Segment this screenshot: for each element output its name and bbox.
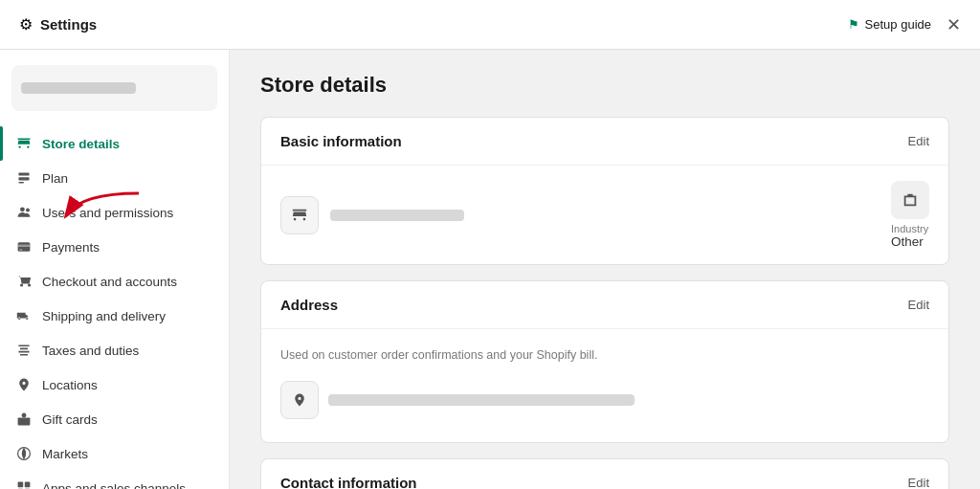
industry-icon-box: [891, 181, 929, 219]
svg-rect-5: [18, 417, 31, 425]
svg-point-1: [26, 209, 30, 212]
sidebar-label-markets: Markets: [42, 447, 88, 461]
contact-information-title: Contact information: [280, 475, 417, 489]
content-area: Store details Basic information Edit: [230, 50, 980, 489]
sidebar-label-locations: Locations: [42, 378, 98, 392]
shipping-icon: [15, 307, 33, 324]
store-name-blurred: [330, 210, 464, 221]
sidebar: Store details Plan Users and permissions…: [0, 50, 230, 489]
setup-guide-button[interactable]: ⚑ Setup guide: [848, 17, 931, 32]
svg-rect-7: [18, 482, 24, 488]
sidebar-label-taxes: Taxes and duties: [42, 344, 139, 358]
contact-information-header: Contact information Edit: [261, 459, 948, 489]
checkout-icon: [15, 273, 33, 290]
address-body: Used on customer order confirmations and…: [261, 329, 948, 442]
address-icon-box: [280, 381, 319, 419]
top-bar-right: ⚑ Setup guide ✕: [848, 14, 961, 35]
contact-information-edit-button[interactable]: Edit: [908, 476, 929, 489]
address-header: Address Edit: [261, 281, 948, 329]
store-detail-icon-box: [280, 196, 319, 234]
sidebar-label-users-permissions: Users and permissions: [42, 206, 173, 220]
address-subtitle: Used on customer order confirmations and…: [280, 348, 929, 362]
basic-information-header: Basic information Edit: [261, 118, 948, 166]
plan-icon: [15, 169, 33, 187]
contact-information-card: Contact information Edit Shop: [260, 458, 949, 489]
sidebar-item-checkout[interactable]: Checkout and accounts: [0, 264, 229, 299]
industry-icon: [902, 191, 919, 209]
industry-info: Industry Other: [891, 181, 929, 249]
address-card: Address Edit Used on customer order conf…: [260, 280, 949, 443]
sidebar-label-payments: Payments: [42, 240, 100, 255]
basic-information-title: Basic information: [280, 133, 402, 149]
close-button[interactable]: ✕: [947, 14, 961, 35]
close-icon: ✕: [947, 14, 961, 35]
industry-details: Industry Other: [891, 223, 929, 249]
top-bar: ⚙ Settings ⚑ Setup guide ✕: [0, 0, 980, 50]
gear-icon: ⚙: [19, 15, 33, 33]
sidebar-item-taxes[interactable]: Taxes and duties: [0, 333, 229, 367]
svg-rect-4: [19, 249, 22, 250]
store-detail-icon: [291, 207, 308, 224]
basic-information-row: Industry Other: [280, 181, 929, 249]
apps-icon: [15, 479, 33, 489]
sidebar-item-payments[interactable]: Payments: [0, 230, 229, 264]
main-layout: Store details Plan Users and permissions…: [0, 50, 980, 489]
sidebar-item-markets[interactable]: Markets: [0, 436, 229, 471]
page-title: Store details: [260, 73, 949, 98]
sidebar-item-locations[interactable]: Locations: [0, 367, 229, 402]
sidebar-item-store-details[interactable]: Store details: [0, 126, 229, 161]
svg-point-0: [20, 207, 25, 211]
sidebar-label-shipping: Shipping and delivery: [42, 309, 166, 323]
sidebar-item-plan[interactable]: Plan: [0, 161, 229, 195]
industry-value: Other: [891, 234, 929, 249]
sidebar-label-gift-cards: Gift cards: [42, 412, 98, 427]
users-icon: [15, 204, 33, 221]
gift-icon: [15, 411, 33, 428]
setup-guide-label: Setup guide: [865, 17, 931, 32]
sidebar-label-checkout: Checkout and accounts: [42, 275, 177, 289]
industry-label: Industry: [891, 223, 929, 234]
sidebar-label-store-details: Store details: [42, 137, 120, 151]
payments-icon: [15, 238, 33, 256]
address-row: [280, 373, 929, 427]
sidebar-label-plan: Plan: [42, 171, 68, 186]
flag-icon: ⚑: [848, 17, 859, 32]
sidebar-item-shipping[interactable]: Shipping and delivery: [0, 299, 229, 333]
store-icon: [15, 135, 33, 152]
location-pin-icon: [292, 392, 307, 408]
store-name-blur: [21, 82, 136, 94]
address-edit-button[interactable]: Edit: [908, 298, 929, 312]
sidebar-item-apps[interactable]: Apps and sales channels: [0, 471, 229, 489]
basic-information-body: Industry Other: [261, 166, 948, 264]
store-card: [11, 65, 217, 111]
svg-rect-3: [18, 245, 31, 247]
location-icon: [15, 376, 33, 393]
address-blurred: [328, 394, 635, 406]
sidebar-label-apps: Apps and sales channels: [42, 481, 186, 490]
basic-information-card: Basic information Edit Industry: [260, 117, 949, 265]
basic-information-edit-button[interactable]: Edit: [908, 134, 929, 148]
top-bar-left: ⚙ Settings: [19, 15, 97, 33]
sidebar-item-gift-cards[interactable]: Gift cards: [0, 402, 229, 436]
taxes-icon: [15, 342, 33, 359]
settings-title: Settings: [40, 16, 97, 33]
sidebar-item-users-permissions[interactable]: Users and permissions: [0, 195, 229, 230]
markets-icon: [15, 445, 33, 462]
svg-rect-8: [25, 482, 31, 488]
address-title: Address: [280, 297, 338, 313]
